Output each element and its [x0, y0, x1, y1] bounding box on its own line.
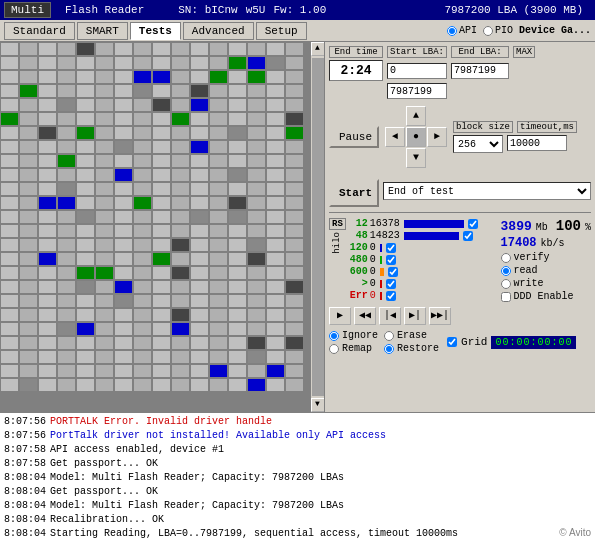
- restore-label: Restore: [384, 343, 439, 354]
- cb-12[interactable]: [468, 219, 478, 229]
- bar-12: [404, 220, 464, 228]
- cb-480[interactable]: [386, 255, 396, 265]
- tab-multi[interactable]: Multi: [4, 2, 51, 18]
- prev-btn[interactable]: |◀: [379, 307, 401, 325]
- api-radio[interactable]: [447, 26, 457, 36]
- stat-row-gt: > 0: [350, 278, 497, 289]
- start-lba-input[interactable]: [387, 63, 447, 79]
- bar-120: [380, 244, 382, 252]
- second-lba-input[interactable]: [387, 83, 447, 99]
- percent-unit: %: [585, 222, 591, 233]
- device-label: Device Ga...: [519, 25, 591, 36]
- block-timeout-group: block size timeout,ms 2565121024: [453, 121, 577, 153]
- stat-row-12: 12 16378: [350, 218, 497, 229]
- arrow-center[interactable]: ●: [406, 127, 426, 147]
- grid-label: Grid: [461, 336, 487, 348]
- end-lba-input[interactable]: [451, 63, 509, 79]
- read-radio[interactable]: [501, 266, 511, 276]
- cb-gt[interactable]: [386, 279, 396, 289]
- scroll-up-btn[interactable]: ▲: [311, 42, 325, 56]
- log-line: 8:08:04Get passport... OK: [4, 485, 591, 499]
- lo-label: lo: [332, 232, 342, 243]
- bar-err: [380, 292, 382, 300]
- end-btn[interactable]: ▶▶|: [429, 307, 451, 325]
- log-area: 8:07:56PORTTALK Error. Invalid driver ha…: [0, 412, 595, 540]
- arrow-up[interactable]: ▲: [406, 106, 426, 126]
- pio-radio-label: PIO: [483, 25, 513, 36]
- log-line: 8:08:04Recalibration... OK: [4, 513, 591, 527]
- grid-group: Grid 00:00:00:00: [447, 336, 576, 349]
- verify-radio[interactable]: [501, 253, 511, 263]
- timeout-input[interactable]: [507, 135, 567, 151]
- mb-value: 3899: [501, 219, 532, 234]
- block-size-label: block size: [453, 121, 513, 133]
- end-of-test-select[interactable]: End of test Loop Stop on error: [383, 182, 591, 200]
- controls-left: End time Start LBA: End LBA: MAX 2:24: [329, 46, 535, 99]
- bar-48: [404, 232, 459, 240]
- log-line: 8:07:58API access enabled, device #1: [4, 443, 591, 457]
- remap-label: Remap: [329, 343, 378, 354]
- error-options: Ignore Remap Erase Restore: [329, 330, 591, 354]
- play-btn[interactable]: ▶: [329, 307, 351, 325]
- block-size-select[interactable]: 2565121024: [453, 135, 503, 153]
- next-btn[interactable]: ▶|: [404, 307, 426, 325]
- stats-rows: 12 16378 48 14823 120 0: [350, 218, 497, 301]
- fw-label: Fw: 1.00: [273, 4, 326, 16]
- tab-setup[interactable]: Setup: [256, 22, 307, 40]
- right-error-col: Erase Restore: [384, 330, 439, 354]
- stat-row-120: 120 0: [350, 242, 497, 253]
- arrow-left[interactable]: ◄: [385, 127, 405, 147]
- title-bar: Multi Flash Reader SN: bICnw w5U Fw: 1.0…: [0, 0, 595, 20]
- ignore-radio[interactable]: [329, 331, 339, 341]
- scroll-track[interactable]: [312, 58, 324, 396]
- log-line: 8:07:56PORTTALK Error. Invalid driver ha…: [4, 415, 591, 429]
- restore-radio[interactable]: [384, 344, 394, 354]
- cb-600[interactable]: [388, 267, 398, 277]
- w5u-label: w5U: [246, 4, 266, 16]
- bar-gt: [380, 280, 382, 288]
- bar-600: [380, 268, 384, 276]
- scroll-down-btn[interactable]: ▼: [311, 398, 325, 412]
- stat-row-600: 600 0: [350, 266, 497, 277]
- start-lba-label: Start LBA:: [387, 46, 447, 58]
- tab-flash-reader[interactable]: Flash Reader: [59, 3, 150, 17]
- cb-48[interactable]: [463, 231, 473, 241]
- watermark: © Avito: [559, 527, 591, 538]
- arrow-pad: ▲ ◄ ● ► ▼: [385, 106, 447, 168]
- write-radio[interactable]: [501, 279, 511, 289]
- speed-unit: kb/s: [541, 238, 565, 249]
- ddd-checkbox[interactable]: [501, 292, 511, 302]
- grid-checkbox[interactable]: [447, 337, 457, 347]
- read-label: read: [501, 265, 591, 276]
- stat-row-480: 480 0: [350, 254, 497, 265]
- back-btn[interactable]: ◀◀: [354, 307, 376, 325]
- pio-radio[interactable]: [483, 26, 493, 36]
- api-radio-label: API: [447, 25, 477, 36]
- cb-120[interactable]: [386, 243, 396, 253]
- scrollbar[interactable]: ▲ ▼: [310, 42, 324, 412]
- mb-unit: Mb: [536, 222, 548, 233]
- erase-radio[interactable]: [384, 331, 394, 341]
- arrow-down[interactable]: ▼: [406, 148, 426, 168]
- cb-err[interactable]: [386, 291, 396, 301]
- tab-smart[interactable]: SMART: [77, 22, 128, 40]
- log-line: 8:08:04Model: Multi Flash Reader; Capaci…: [4, 499, 591, 513]
- pause-button[interactable]: Pause: [329, 126, 379, 148]
- error-radio-group: Ignore Remap Erase Restore: [329, 330, 439, 354]
- log-line: 8:08:04Starting Reading, LBA=0..7987199,…: [4, 527, 591, 540]
- log-line: 8:08:04Model: Multi Flash Reader; Capaci…: [4, 471, 591, 485]
- remap-radio[interactable]: [329, 344, 339, 354]
- time-display: 2:24: [329, 60, 383, 81]
- tab-advanced[interactable]: Advanced: [183, 22, 254, 40]
- tab-tests[interactable]: Tests: [130, 22, 181, 40]
- rs-label[interactable]: RS: [329, 218, 346, 230]
- start-button[interactable]: Start: [329, 179, 379, 207]
- erase-label: Erase: [384, 330, 439, 341]
- grid-panel: ▲ ▼: [0, 42, 325, 412]
- stat-row-err: Err 0: [350, 290, 497, 301]
- arrow-right[interactable]: ►: [427, 127, 447, 147]
- tab-standard[interactable]: Standard: [4, 22, 75, 40]
- end-lba-label: End LBA:: [451, 46, 509, 58]
- sn-label: SN: bICnw: [178, 4, 237, 16]
- tab-bar: Standard SMART Tests Advanced Setup API …: [0, 20, 595, 42]
